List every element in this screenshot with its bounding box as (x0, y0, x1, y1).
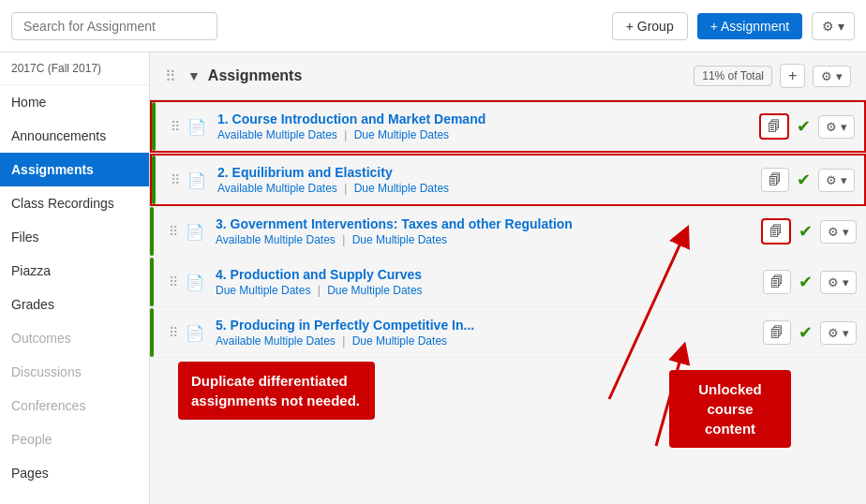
add-assignment-button[interactable]: + (780, 64, 805, 88)
left-indicator-5 (150, 308, 154, 357)
copy-button-3[interactable]: 🗐 (761, 218, 791, 245)
assignment-row-3: ⠿ 📄 3. Government Interventions: Taxes a… (150, 207, 866, 257)
assignment-title-5[interactable]: 5. Producing in Perfectly Competitive In… (216, 318, 755, 333)
assignment-info-1: 1. Course Introduction and Market Demand… (217, 111, 752, 141)
sidebar-item-outcomes[interactable]: Outcomes (0, 321, 149, 355)
assignment-row-1: ⠿ 📄 1. Course Introduction and Market De… (150, 100, 866, 153)
assignments-section-header: ⠿ ▼ Assignments 11% of Total + ⚙ ▾ (150, 52, 866, 100)
assignment-edit-icon-5: 📄 (186, 324, 204, 342)
assignment-title-3[interactable]: 3. Government Interventions: Taxes and o… (216, 216, 754, 231)
assignment-edit-icon-3: 📄 (186, 223, 204, 241)
red-annotation-note: Duplicate differentiated assignments not… (178, 362, 375, 420)
available-text-2: Available Multiple Dates (217, 182, 337, 195)
check-icon-1: ✔ (797, 116, 811, 137)
sidebar-item-grades[interactable]: Grades (0, 288, 149, 321)
check-icon-2: ✔ (797, 170, 811, 190)
sidebar-item-pages[interactable]: Pages (0, 456, 149, 490)
assignment-meta-3: Available Multiple Dates | Due Multiple … (216, 233, 754, 246)
toggle-arrow-icon[interactable]: ▼ (187, 68, 201, 83)
section-gear-button[interactable]: ⚙ ▾ (813, 66, 851, 87)
left-indicator-2 (152, 156, 156, 204)
sidebar-item-discussions[interactable]: Discussions (0, 355, 149, 389)
assignment-edit-icon-2: 📄 (187, 171, 206, 189)
settings-button[interactable]: ⚙ ▾ (812, 12, 855, 40)
due-text-2: Due Multiple Dates (354, 182, 449, 195)
assignments-section-title: Assignments (208, 67, 686, 84)
check-icon-5: ✔ (799, 322, 813, 343)
due-text-3: Due Multiple Dates (352, 233, 447, 246)
sidebar-item-conferences[interactable]: Conferences (0, 389, 149, 422)
row-gear-5[interactable]: ⚙ ▾ (820, 321, 857, 345)
assignment-info-5: 5. Producing in Perfectly Competitive In… (216, 318, 755, 348)
assignment-info-4: 4. Production and Supply Curves Due Mult… (216, 267, 755, 297)
available-text-1: Available Multiple Dates (217, 128, 337, 141)
drag-icon-1[interactable]: ⠿ (171, 119, 180, 134)
blue-annotation-note: Unlocked course content (669, 370, 791, 448)
percent-badge: 11% of Total (694, 66, 772, 86)
course-title: 2017C (Fall 2017) (0, 52, 149, 85)
assignment-info-3: 3. Government Interventions: Taxes and o… (216, 216, 754, 246)
copy-button-1[interactable]: 🗐 (759, 113, 789, 140)
drag-handle-icon[interactable]: ⠿ (165, 67, 176, 85)
left-indicator-4 (150, 258, 154, 306)
assignment-row-5: ⠿ 📄 5. Producing in Perfectly Competitiv… (150, 308, 866, 358)
group-button[interactable]: + Group (612, 12, 688, 40)
sidebar-item-files[interactable]: Files (0, 220, 149, 254)
row-gear-2[interactable]: ⚙ ▾ (818, 169, 855, 192)
assignment-meta-2: Available Multiple Dates | Due Multiple … (217, 182, 754, 195)
sidebar-item-piazza[interactable]: Piazza (0, 254, 149, 288)
available-text-5: Available Multiple Dates (216, 334, 336, 348)
assignment-title-1[interactable]: 1. Course Introduction and Market Demand (217, 111, 752, 126)
left-indicator-3 (150, 207, 154, 256)
assignment-meta-4: Due Multiple Dates | Due Multiple Dates (216, 284, 755, 297)
assignment-button[interactable]: + Assignment (697, 13, 802, 39)
drag-icon-5[interactable]: ⠿ (169, 325, 178, 340)
drag-icon-2[interactable]: ⠿ (171, 172, 180, 187)
drag-icon-4[interactable]: ⠿ (169, 274, 178, 289)
sidebar: 2017C (Fall 2017) Home Announcements Ass… (0, 52, 150, 504)
left-indicator-1 (152, 102, 156, 151)
header: + Group + Assignment ⚙ ▾ (0, 0, 866, 52)
row-gear-1[interactable]: ⚙ ▾ (818, 115, 855, 139)
assignment-meta-1: Available Multiple Dates | Due Multiple … (217, 128, 752, 141)
assignment-row-4: ⠿ 📄 4. Production and Supply Curves Due … (150, 258, 866, 307)
assignment-title-2[interactable]: 2. Equilibrium and Elasticity (217, 165, 754, 180)
main-wrapper: ⠿ ▼ Assignments 11% of Total + ⚙ ▾ ⠿ 📄 1… (150, 52, 866, 504)
available-text-3: Available Multiple Dates (216, 233, 336, 246)
assignment-edit-icon-4: 📄 (186, 274, 204, 291)
sidebar-item-home[interactable]: Home (0, 85, 149, 119)
assignment-row-2: ⠿ 📄 2. Equilibrium and Elasticity Availa… (150, 154, 866, 206)
sidebar-item-announcements[interactable]: Announcements (0, 119, 149, 153)
check-icon-3: ✔ (799, 221, 813, 242)
drag-icon-3[interactable]: ⠿ (169, 224, 178, 239)
copy-button-4[interactable]: 🗐 (763, 270, 791, 294)
row-gear-3[interactable]: ⚙ ▾ (820, 220, 857, 244)
search-input[interactable] (11, 12, 217, 40)
row-gear-4[interactable]: ⚙ ▾ (820, 271, 857, 294)
sidebar-item-assignments[interactable]: Assignments (0, 153, 149, 186)
sidebar-item-people[interactable]: People (0, 422, 149, 456)
copy-button-5[interactable]: 🗐 (763, 320, 791, 345)
check-icon-4: ✔ (799, 272, 813, 292)
assignment-edit-icon-1: 📄 (187, 118, 206, 136)
assignment-title-4[interactable]: 4. Production and Supply Curves (216, 267, 755, 282)
due-text-4: Due Multiple Dates (327, 284, 422, 297)
assignment-meta-5: Available Multiple Dates | Due Multiple … (216, 334, 755, 348)
assignment-info-2: 2. Equilibrium and Elasticity Available … (217, 165, 754, 195)
available-text-4: Due Multiple Dates (216, 284, 310, 297)
layout: 2017C (Fall 2017) Home Announcements Ass… (0, 52, 866, 504)
sidebar-item-class-recordings[interactable]: Class Recordings (0, 186, 149, 220)
due-text-1: Due Multiple Dates (354, 128, 449, 141)
due-text-5: Due Multiple Dates (352, 334, 447, 348)
copy-button-2[interactable]: 🗐 (761, 168, 789, 192)
